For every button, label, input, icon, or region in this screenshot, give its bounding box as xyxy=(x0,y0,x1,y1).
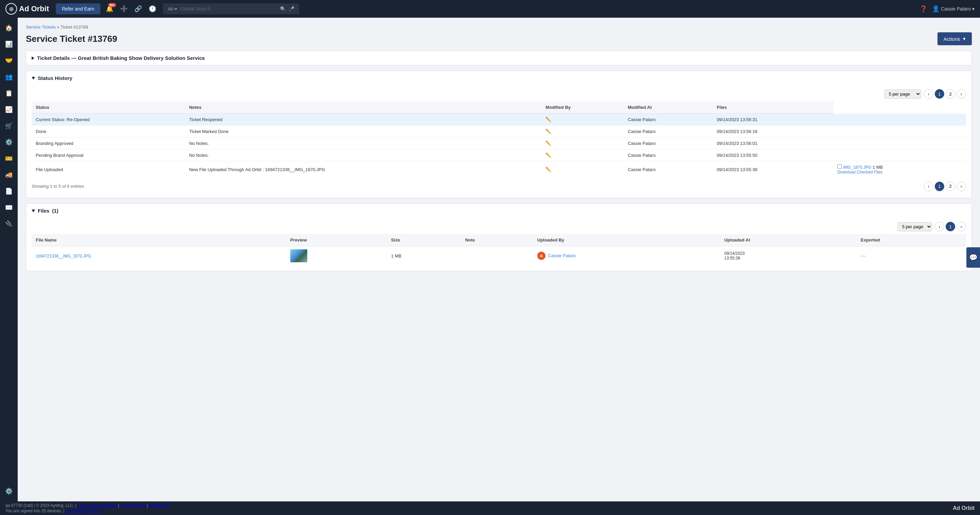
search-submit-button[interactable]: 🔍 xyxy=(279,5,287,13)
col-notes: Notes xyxy=(185,102,541,114)
files-per-page-select[interactable]: 5 per page xyxy=(898,222,932,231)
link-button[interactable]: 🔗 xyxy=(133,4,143,14)
uploader-avatar: 🔔 xyxy=(537,252,546,260)
status-cell: File Uploaded xyxy=(32,161,185,178)
file-preview-cell xyxy=(286,246,387,265)
sidebar-item-tickets[interactable]: 🎫 xyxy=(2,151,16,166)
page-header: Service Ticket #13769 Actions ▾ xyxy=(26,32,972,45)
file-preview-thumbnail xyxy=(290,250,307,262)
files-pagination-top: ‹ 1 › xyxy=(935,222,966,231)
sidebar-item-users[interactable]: 👥 xyxy=(2,69,16,84)
files-header[interactable]: Files (1) xyxy=(26,204,972,218)
sidebar-item-delivery[interactable]: 🚚 xyxy=(2,167,16,182)
sidebar-item-home[interactable]: 🏠 xyxy=(2,21,16,35)
voice-search-button[interactable]: 🎤 xyxy=(287,5,296,13)
status-history-controls: 5 per page 10 per page 25 per page ‹ 1 2… xyxy=(32,85,966,102)
notifications-bell-button[interactable]: 🔔99+ xyxy=(105,4,115,14)
user-menu-button[interactable]: 👤 Cassie Pataro ▾ xyxy=(932,5,975,13)
sidebar-item-reports[interactable]: 📈 xyxy=(2,102,16,117)
status-next-page-bottom-button[interactable]: › xyxy=(956,182,966,191)
showing-entries-text: Showing 1 to 5 of 6 entries xyxy=(32,180,84,192)
breadcrumb-current: Ticket #13769 xyxy=(60,24,88,30)
modified-by-cell: Cassie Pataro xyxy=(624,149,713,161)
logo-text: Ad Orbit xyxy=(19,5,49,13)
download-link[interactable]: Download Checked Files xyxy=(837,170,962,175)
files-cell: IMG_1870.JPG 1 MBDownload Checked Files xyxy=(833,161,966,178)
modified-by-cell: Cassie Pataro xyxy=(624,161,713,178)
status-page-1-bottom-button[interactable]: 1 xyxy=(935,182,944,191)
sidebar-item-integrations[interactable]: 🔌 xyxy=(2,216,16,231)
ticket-details-header[interactable]: Ticket Details — Great British Baking Sh… xyxy=(26,51,972,65)
nav-right: ❓ 👤 Cassie Pataro ▾ xyxy=(918,4,975,14)
table-row: Current Status: Re-Opened Ticket Reopene… xyxy=(32,114,966,126)
edit-cell: ✏️ xyxy=(541,161,624,178)
uploader-link[interactable]: Cassie Pataro xyxy=(548,253,576,258)
status-prev-page-button[interactable]: ‹ xyxy=(924,89,933,99)
file-note-cell xyxy=(461,246,533,265)
global-search-input[interactable] xyxy=(180,6,279,11)
status-cell: Current Status: Re-Opened xyxy=(32,114,185,126)
user-menu-chevron: ▾ xyxy=(972,6,975,11)
add-button[interactable]: ➕ xyxy=(119,4,129,14)
sidebar-item-campaigns[interactable]: 📋 xyxy=(2,86,16,101)
files-prev-page-button[interactable]: ‹ xyxy=(935,222,944,231)
sidebar-item-email[interactable]: ✉️ xyxy=(2,200,16,215)
notes-cell: No Notes. xyxy=(185,149,541,161)
files-cell xyxy=(833,149,966,161)
table-row: Pending Brand Approval No Notes. ✏️ Cass… xyxy=(32,149,966,161)
file-link[interactable]: IMG_1870.JPG xyxy=(843,165,872,170)
status-per-page-select[interactable]: 5 per page 10 per page 25 per page xyxy=(885,89,921,99)
help-button[interactable]: ❓ xyxy=(918,4,929,14)
status-page-2-bottom-button[interactable]: 2 xyxy=(946,182,955,191)
search-scope-select[interactable]: All xyxy=(166,6,178,12)
edit-icon[interactable]: ✏️ xyxy=(546,153,551,158)
status-prev-page-bottom-button[interactable]: ‹ xyxy=(924,182,933,191)
table-row: 1694721338__IMG_1870.JPG 1 MB 🔔 Cassie P… xyxy=(32,246,966,265)
col-size: Size xyxy=(387,234,461,246)
sidebar-item-analytics[interactable]: 📊 xyxy=(2,37,16,52)
col-uploaded-by: Uploaded By xyxy=(533,234,721,246)
status-page-2-button[interactable]: 2 xyxy=(946,89,955,99)
breadcrumb-parent-link[interactable]: Service Tickets xyxy=(26,24,56,30)
file-more-button[interactable]: ⋯ xyxy=(861,253,866,259)
col-file-name: File Name xyxy=(32,234,286,246)
history-button[interactable]: 🕐 xyxy=(147,4,158,14)
files-next-page-button[interactable]: › xyxy=(956,222,966,231)
status-next-page-button[interactable]: › xyxy=(956,89,966,99)
files-page-1-button[interactable]: 1 xyxy=(946,222,955,231)
user-avatar-icon: 👤 xyxy=(932,5,940,13)
notes-cell: No Notes. xyxy=(185,137,541,149)
status-history-card: Status History 5 per page 10 per page 25… xyxy=(26,71,972,198)
sidebar-item-production[interactable]: ⚙️ xyxy=(2,135,16,150)
status-history-collapse-icon xyxy=(32,77,35,79)
status-page-1-button[interactable]: 1 xyxy=(935,89,944,99)
files-count: (1) xyxy=(52,208,58,214)
status-history-body: 5 per page 10 per page 25 per page ‹ 1 2… xyxy=(26,85,972,198)
edit-icon[interactable]: ✏️ xyxy=(546,117,551,122)
refer-earn-button[interactable]: Refer and Earn xyxy=(56,3,100,14)
sidebar-item-orders[interactable]: 🛒 xyxy=(2,118,16,134)
notes-cell: Ticket Reopened xyxy=(185,114,541,126)
edit-cell: ✏️ xyxy=(541,114,624,126)
search-container: All 🔍 🎤 xyxy=(163,3,299,14)
sidebar-item-settings[interactable]: ⚙️ xyxy=(2,484,16,499)
edit-icon[interactable]: ✏️ xyxy=(546,140,551,146)
notes-cell: New File Uploaded Through Ad Orbit : 169… xyxy=(185,161,541,178)
files-table: File Name Preview Size Note Uploaded By … xyxy=(32,234,966,265)
col-modified-by: Modified By xyxy=(541,102,624,114)
files-title: Files xyxy=(38,208,49,214)
chat-widget[interactable]: 💬 xyxy=(966,247,980,268)
sidebar-item-contacts[interactable]: 🤝 xyxy=(2,53,16,68)
edit-icon[interactable]: ✏️ xyxy=(546,167,551,172)
table-row: Done Ticket Marked Done ✏️ Cassie Pataro… xyxy=(32,126,966,137)
sidebar-item-documents[interactable]: 📄 xyxy=(2,184,16,199)
files-cell xyxy=(833,137,966,149)
top-navigation: ◎ Ad Orbit Refer and Earn 🔔99+ ➕ 🔗 🕐 All… xyxy=(0,0,980,18)
actions-button[interactable]: Actions ▾ xyxy=(937,32,972,45)
file-checkbox[interactable] xyxy=(837,164,842,169)
file-name-cell: 1694721338__IMG_1870.JPG xyxy=(32,246,286,265)
edit-icon[interactable]: ✏️ xyxy=(546,129,551,134)
file-name-link[interactable]: 1694721338__IMG_1870.JPG xyxy=(36,254,91,259)
status-cell: Branding Approved xyxy=(32,137,185,149)
status-history-header[interactable]: Status History xyxy=(26,71,972,85)
